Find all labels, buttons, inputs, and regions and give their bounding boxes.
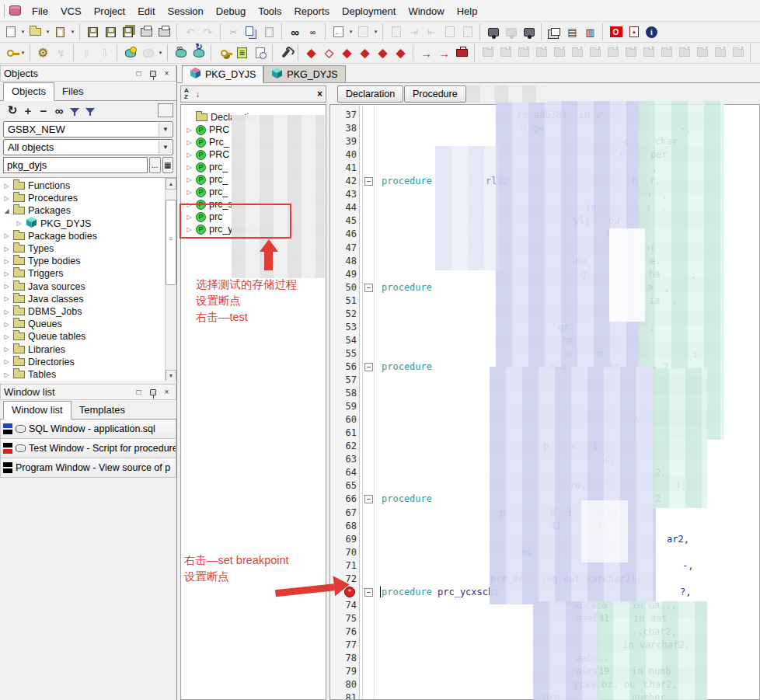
- cascade-windows-icon[interactable]: [546, 23, 563, 40]
- menu-tools[interactable]: Tools: [252, 3, 288, 19]
- scroll-up-icon[interactable]: ▲: [166, 178, 176, 190]
- save-icon[interactable]: [84, 23, 102, 40]
- tree-expand-icon[interactable]: ▷: [3, 258, 10, 265]
- indent-icon[interactable]: ⇥: [405, 23, 423, 40]
- collapse-icon[interactable]: −: [36, 102, 51, 119]
- tree-item-tables[interactable]: ▷Tables: [3, 368, 56, 381]
- tab-templates[interactable]: Templates: [71, 402, 133, 419]
- tree-expand-icon[interactable]: ▷: [3, 308, 10, 315]
- print-icon[interactable]: [138, 23, 155, 40]
- fold-collapse-icon[interactable]: −: [364, 588, 373, 597]
- tree-expand-icon[interactable]: ▷: [3, 246, 10, 252]
- debug-step-icon[interactable]: [657, 44, 675, 61]
- tree-expand-icon[interactable]: ▷: [3, 283, 10, 290]
- find-next-icon[interactable]: ∞: [304, 23, 322, 40]
- restore-icon[interactable]: □: [133, 68, 145, 79]
- debug-step-icon[interactable]: [640, 44, 657, 61]
- save-as-icon[interactable]: [102, 23, 120, 40]
- object-search-input[interactable]: [3, 157, 148, 173]
- expand-icon[interactable]: +: [20, 102, 36, 119]
- tree-item-dbms-jobs[interactable]: ▷DBMS_Jobs: [3, 305, 82, 318]
- debug-step-icon[interactable]: [497, 44, 514, 61]
- menu-session[interactable]: Session: [162, 3, 210, 19]
- print-doc-icon[interactable]: [441, 23, 458, 40]
- forward-dropdown-icon[interactable]: ▾: [372, 23, 379, 40]
- find-object-icon[interactable]: ∞: [51, 102, 67, 119]
- debug-step-icon[interactable]: [479, 44, 497, 61]
- paste-icon[interactable]: [260, 23, 278, 40]
- breakpoint-condition-icon[interactable]: ◆: [356, 44, 374, 61]
- tile-vertical-icon[interactable]: ▥: [581, 23, 599, 40]
- tree-item-directories[interactable]: ▷Directories: [3, 356, 75, 368]
- tree-expand-icon[interactable]: ◢: [3, 207, 10, 214]
- session-key-icon[interactable]: [2, 44, 19, 61]
- declaration-item-prc[interactable]: ▷PRC: [186, 124, 229, 136]
- sql-window-icon[interactable]: [139, 44, 157, 61]
- tree-expand-icon[interactable]: ▷: [186, 189, 193, 196]
- export-doc-icon[interactable]: [458, 23, 476, 40]
- menu-deployment[interactable]: Deployment: [336, 3, 402, 19]
- menu-vcs[interactable]: VCS: [54, 3, 88, 19]
- tree-expand-icon[interactable]: ▷: [3, 295, 10, 302]
- back-icon[interactable]: [329, 23, 347, 40]
- object-filter-select[interactable]: All objects ▼: [3, 139, 173, 155]
- save-all-icon[interactable]: [120, 23, 138, 40]
- rollback-icon[interactable]: ⇩: [96, 44, 113, 61]
- tree-item-procedures[interactable]: ▷Procedures: [3, 192, 78, 204]
- oracle-icon[interactable]: O: [607, 23, 625, 40]
- session-keys-icon[interactable]: [215, 44, 233, 61]
- tree-expand-icon[interactable]: ▷: [3, 183, 10, 190]
- tree-expand-icon[interactable]: ▷: [3, 232, 10, 239]
- tree-item-queue-tables[interactable]: ▷Queue tables: [3, 330, 85, 343]
- tree-expand-icon[interactable]: ▷: [186, 139, 193, 146]
- tree-item-java-classes[interactable]: ▷Java classes: [3, 293, 84, 305]
- chevron-down-icon[interactable]: ▼: [159, 141, 172, 154]
- configure-icon[interactable]: ⚙: [34, 44, 52, 61]
- tree-expand-icon[interactable]: ▷: [3, 346, 10, 353]
- tree-item-java-sources[interactable]: ▷Java sources: [3, 280, 85, 293]
- declaration-item-prc-[interactable]: ▷prc_: [186, 186, 228, 198]
- declaration-item-prc-[interactable]: ▷prc_: [186, 173, 228, 186]
- macro-pause-icon[interactable]: [502, 23, 520, 40]
- debug-step-icon[interactable]: [550, 44, 568, 61]
- pin-icon[interactable]: [147, 68, 159, 79]
- tree-item-functions[interactable]: ▷Functions: [3, 179, 70, 192]
- filter-settings-button[interactable]: ▦: [162, 157, 174, 173]
- tree-item-pkg-dyjs[interactable]: ▷PKG_DYJS: [16, 218, 91, 230]
- undo-icon[interactable]: ↶: [181, 23, 199, 40]
- step-arrow-blue-icon[interactable]: →: [417, 44, 435, 61]
- breakpoint-new-icon[interactable]: ◆: [302, 44, 320, 61]
- tree-expand-icon[interactable]: ▷: [186, 127, 193, 134]
- debug-step-icon[interactable]: [693, 44, 711, 61]
- open-dropdown-icon[interactable]: ▾: [44, 23, 51, 40]
- info-icon[interactable]: i: [643, 23, 661, 40]
- document-tab-pkg_dyjs[interactable]: PKG_DYJS: [263, 65, 345, 82]
- declaration-item-prc-[interactable]: ▷Prc_: [186, 136, 229, 148]
- tree-expand-icon[interactable]: ▷: [16, 220, 23, 227]
- macro-play-icon[interactable]: [520, 23, 538, 40]
- debug-step-icon[interactable]: [514, 44, 532, 61]
- macro-record-icon[interactable]: [484, 23, 502, 40]
- redo-icon[interactable]: ↷: [199, 23, 217, 40]
- menu-edit[interactable]: Edit: [131, 3, 161, 19]
- procedure-button[interactable]: Procedure: [404, 85, 466, 103]
- back-dropdown-icon[interactable]: ▾: [347, 23, 354, 40]
- tree-item-queues[interactable]: ▷Queues: [3, 318, 62, 330]
- tree-item-package-bodies[interactable]: ▷Package bodies: [3, 230, 97, 242]
- copy-icon[interactable]: [242, 23, 260, 40]
- tree-item-types[interactable]: ▷Types: [3, 242, 54, 255]
- window-list-item[interactable]: Test Window - Script for procedure: [0, 439, 176, 458]
- reopen-icon[interactable]: [51, 23, 69, 40]
- find-icon[interactable]: ∞: [286, 23, 304, 40]
- tree-expand-icon[interactable]: ▷: [186, 176, 193, 183]
- pdf-icon[interactable]: [625, 23, 643, 40]
- tab-window-list[interactable]: Window list: [3, 401, 71, 420]
- scrollbar-thumb[interactable]: [166, 200, 176, 285]
- breakpoint-copy-icon[interactable]: ◆: [374, 44, 392, 61]
- debugger-toolbox-icon[interactable]: [453, 44, 471, 61]
- tree-expand-icon[interactable]: ▷: [3, 371, 10, 378]
- sort-az-icon[interactable]: [184, 88, 195, 100]
- describe-icon[interactable]: [387, 23, 405, 40]
- run-arrow-red-icon[interactable]: →: [435, 44, 453, 61]
- cut-icon[interactable]: ✂: [225, 23, 242, 40]
